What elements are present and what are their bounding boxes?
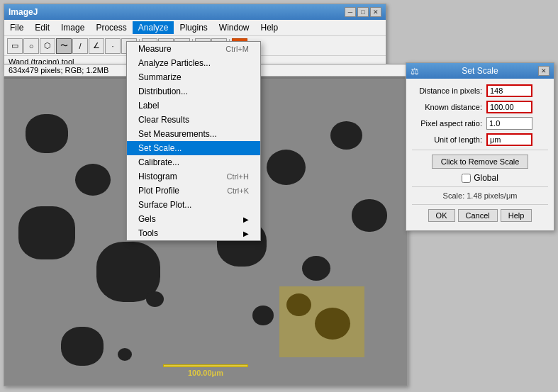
blob-2 <box>18 206 75 259</box>
close-button[interactable]: ✕ <box>370 7 381 17</box>
label-label: Label <box>138 101 159 111</box>
menu-item-analyze-particles[interactable]: Analyze Particles... <box>127 56 260 70</box>
menu-file[interactable]: File <box>4 21 29 34</box>
remove-scale-button[interactable]: Click to Remove Scale <box>432 155 529 169</box>
blob-3 <box>75 164 111 196</box>
unit-row: Unit of length: <box>412 133 548 146</box>
distance-label: Distance in pixels: <box>412 86 486 95</box>
blob-1 <box>26 114 68 153</box>
imagej-titlebar: ImageJ ─ □ ✕ <box>4 4 386 20</box>
dialog-body: Distance in pixels: Known distance: Pixe… <box>406 79 554 230</box>
menu-item-calibrate[interactable]: Calibrate... <box>127 155 260 169</box>
measure-shortcut: Ctrl+M <box>225 45 249 53</box>
menu-analyze[interactable]: Analyze <box>133 21 174 34</box>
dialog-title: Set Scale <box>462 66 498 76</box>
yellow-reference-region <box>279 286 364 357</box>
histogram-shortcut: Ctrl+H <box>227 172 249 181</box>
dialog-close-button[interactable]: ✕ <box>538 66 549 76</box>
menu-plugins[interactable]: Plugins <box>174 21 213 34</box>
distance-row: Distance in pixels: <box>412 84 548 97</box>
menu-item-distribution[interactable]: Distribution... <box>127 84 260 99</box>
tool-rect[interactable]: ▭ <box>7 38 23 54</box>
cancel-button[interactable]: Cancel <box>458 209 498 222</box>
scale-bar: 100.00μm <box>163 364 248 377</box>
menu-help[interactable]: Help <box>255 21 284 34</box>
global-label: Global <box>474 173 498 183</box>
clear-results-label: Clear Results <box>138 115 189 125</box>
window-controls: ─ □ ✕ <box>345 7 381 17</box>
dialog-sep-1 <box>412 150 548 150</box>
menu-item-clear-results[interactable]: Clear Results <box>127 113 260 127</box>
surface-plot-label: Surface Plot... <box>138 200 191 210</box>
blob-11 <box>252 306 274 325</box>
plot-profile-shortcut: Ctrl+K <box>227 186 249 195</box>
menu-item-gels[interactable]: Gels ▶ <box>127 212 260 226</box>
maximize-button[interactable]: □ <box>357 7 369 17</box>
gels-label: Gels <box>138 214 156 224</box>
known-distance-row: Known distance: <box>412 101 548 113</box>
image-info-text: 634x479 pixels; RGB; 1.2MB <box>9 66 108 74</box>
tools-label: Tools <box>138 228 158 238</box>
analyze-particles-label: Analyze Particles... <box>138 58 211 68</box>
tool-ellipse[interactable]: ○ <box>23 38 39 54</box>
menu-item-plot-profile[interactable]: Plot Profile Ctrl+K <box>127 184 260 198</box>
blob-9 <box>302 256 330 281</box>
menu-item-tools[interactable]: Tools ▶ <box>127 226 260 240</box>
ok-button[interactable]: OK <box>428 209 455 222</box>
menu-image[interactable]: Image <box>55 21 90 34</box>
pixel-aspect-row: Pixel aspect ratio: <box>412 117 548 130</box>
unit-input[interactable] <box>486 133 532 146</box>
global-checkbox[interactable] <box>462 174 471 183</box>
tool-freehand[interactable]: 〜 <box>56 38 72 54</box>
scale-info: Scale: 1.48 pixels/μm <box>412 191 548 200</box>
menu-item-histogram[interactable]: Histogram Ctrl+H <box>127 169 260 184</box>
menu-process[interactable]: Process <box>90 21 132 34</box>
menu-item-measure[interactable]: Measure Ctrl+M <box>127 42 260 56</box>
plot-profile-label: Plot Profile <box>138 186 179 196</box>
imagej-title: ImageJ <box>9 7 38 17</box>
dialog-icon: ⚖ <box>411 66 419 77</box>
known-distance-input[interactable] <box>486 101 532 113</box>
menu-item-set-measurements[interactable]: Set Measurements... <box>127 127 260 141</box>
gels-arrow: ▶ <box>243 215 249 223</box>
tool-polygon[interactable]: ⬡ <box>40 38 55 54</box>
menu-item-label[interactable]: Label <box>127 99 260 113</box>
calibrate-label: Calibrate... <box>138 157 179 167</box>
blob-10 <box>146 291 164 307</box>
menu-item-summarize[interactable]: Summarize <box>127 70 260 84</box>
blob-yellow-1 <box>286 293 311 316</box>
pixel-aspect-input[interactable] <box>486 117 532 130</box>
blob-15 <box>352 199 387 232</box>
measure-label: Measure <box>138 44 172 54</box>
unit-label: Unit of length: <box>412 135 486 144</box>
tool-point[interactable]: · <box>105 38 121 54</box>
blob-12 <box>61 327 104 366</box>
tool-angle[interactable]: ∠ <box>89 38 104 54</box>
menu-item-set-scale[interactable]: Set Scale... <box>127 141 260 155</box>
blob-yellow-2 <box>315 308 350 340</box>
dialog-titlebar: ⚖ Set Scale ✕ <box>406 63 554 79</box>
minimize-button[interactable]: ─ <box>345 7 356 17</box>
set-scale-label: Set Scale... <box>138 143 182 153</box>
blob-13 <box>118 348 132 361</box>
histogram-label: Histogram <box>138 172 177 181</box>
dialog-buttons: OK Cancel Help <box>412 209 548 222</box>
summarize-label: Summarize <box>138 72 182 82</box>
menu-item-surface-plot[interactable]: Surface Plot... <box>127 198 260 212</box>
set-measurements-label: Set Measurements... <box>138 129 217 139</box>
analyze-dropdown-menu: Measure Ctrl+M Analyze Particles... Summ… <box>126 41 261 241</box>
tools-arrow: ▶ <box>243 230 249 237</box>
set-scale-dialog: ⚖ Set Scale ✕ Distance in pixels: Known … <box>406 62 554 231</box>
menu-window[interactable]: Window <box>213 21 255 34</box>
tool-line[interactable]: / <box>72 38 88 54</box>
scale-bar-label: 100.00μm <box>188 369 223 377</box>
distance-input[interactable] <box>486 84 532 97</box>
global-row: Global <box>412 173 548 183</box>
help-button[interactable]: Help <box>501 209 532 222</box>
scale-bar-line <box>163 364 248 367</box>
pixel-aspect-label: Pixel aspect ratio: <box>412 119 486 128</box>
known-distance-label: Known distance: <box>412 103 486 111</box>
dialog-sep-3 <box>412 204 548 205</box>
menu-edit[interactable]: Edit <box>29 21 55 34</box>
blob-8 <box>267 150 306 185</box>
